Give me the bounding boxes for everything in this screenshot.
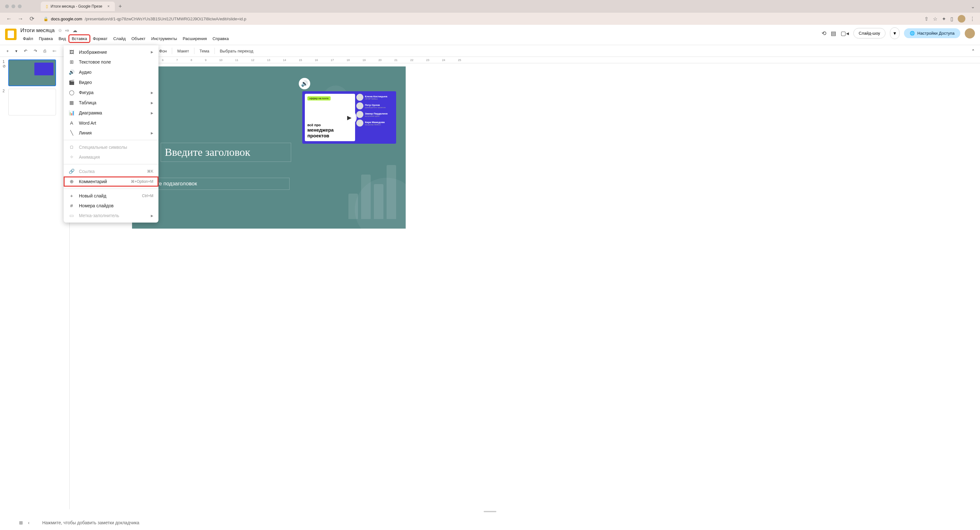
slide-canvas[interactable]: 🔊 оффер на почте всё про менеджера проек… <box>132 67 406 229</box>
play-icon[interactable]: ▶ <box>342 110 357 125</box>
person-name: Петр Орлов <box>365 104 386 106</box>
slideshow-button[interactable]: Слайд-шоу <box>853 28 886 38</box>
notes-placeholder: Нажмите, чтобы добавить заметки докладчи… <box>42 520 139 525</box>
cloud-icon[interactable]: ☁ <box>73 28 77 33</box>
slides-logo[interactable] <box>5 29 16 40</box>
person-row: Елена КостицынаHR BP Skillbox <box>356 94 394 101</box>
menu-item-label: Специальные символы <box>79 144 153 150</box>
share-button[interactable]: 🌐 Настройки Доступа <box>904 28 960 38</box>
layout-btn[interactable]: Макет <box>177 49 189 53</box>
present-icon[interactable]: ▢◂ <box>841 30 849 37</box>
reload-button[interactable]: ⟳ <box>28 15 36 22</box>
decorative-bars <box>348 165 396 219</box>
menu-format[interactable]: Формат <box>91 35 110 42</box>
user-avatar[interactable] <box>965 28 975 38</box>
app-header: Итоги месяца ☆ ⇨ ☁ Файл Правка Вид Встав… <box>0 25 980 45</box>
chevron-down-icon[interactable]: ⌄ <box>971 3 975 10</box>
menu-extensions[interactable]: Расширения <box>180 35 209 42</box>
menu-slide[interactable]: Слайд <box>111 35 128 42</box>
comment-icon[interactable]: ▤ <box>831 30 836 37</box>
menu-item-специальные-символы: ΩСпециальные символы <box>64 142 159 152</box>
minimize-window[interactable] <box>11 5 15 8</box>
slide-thumbnail-1[interactable] <box>8 59 56 86</box>
menu-item-комментарий[interactable]: ⊕Комментарий⌘+Option+M <box>64 176 159 187</box>
menu-item-icon: 🔗 <box>69 168 75 174</box>
new-slide-dropdown[interactable]: ▾ <box>14 48 19 55</box>
audio-icon[interactable]: 🔊 <box>299 78 310 89</box>
doc-title[interactable]: Итоги месяца <box>21 27 55 34</box>
theme-btn[interactable]: Тема <box>199 49 209 53</box>
menu-insert[interactable]: Вставка <box>69 35 89 42</box>
menu-item-текстовое-поле[interactable]: ⊞Текстовое поле <box>64 57 159 67</box>
submenu-arrow-icon: ▶ <box>151 91 153 94</box>
person-role: продюсер Skillbox <box>365 124 385 125</box>
history-icon[interactable]: ⟲ <box>821 30 826 37</box>
insert-dropdown-menu: 🖼Изображение▶⊞Текстовое поле🔊Аудио🎬Видео… <box>64 45 159 222</box>
subtitle-placeholder[interactable]: Введите подзаголовок <box>137 178 290 190</box>
maximize-window[interactable] <box>18 5 22 8</box>
address-bar[interactable]: 🔒 docs.google.com/presentation/d/1-qp78z… <box>40 16 921 21</box>
menu-item-word-art[interactable]: AWord Art <box>64 118 159 128</box>
menu-item-линия[interactable]: ╲Линия▶ <box>64 128 159 138</box>
doc-title-row: Итоги месяца ☆ ⇨ ☁ <box>21 27 818 34</box>
menu-view[interactable]: Вид <box>56 35 69 42</box>
menu-help[interactable]: Справка <box>210 35 231 42</box>
print-icon[interactable]: ⎙ <box>42 48 48 55</box>
menu-tools[interactable]: Инструменты <box>149 35 180 42</box>
thumb-link-icon: ⊘ <box>3 64 6 68</box>
menu-object[interactable]: Объект <box>129 35 148 42</box>
notes-resize-handle[interactable] <box>0 509 980 514</box>
menu-item-видео[interactable]: 🎬Видео <box>64 77 159 87</box>
menu-item-новый-слайд[interactable]: +Новый слайдCtrl+M <box>64 191 159 201</box>
collapse-toolbar-icon[interactable]: ⌃ <box>971 49 975 53</box>
menu-item-фигура[interactable]: ◯Фигура▶ <box>64 87 159 98</box>
menu-item-icon: ⊕ <box>69 179 75 184</box>
new-tab-button[interactable]: + <box>119 3 122 10</box>
menu-item-диаграмма[interactable]: 📊Диаграмма▶ <box>64 108 159 118</box>
menu-item-label: Комментарий <box>79 179 126 184</box>
panel-icon[interactable]: ▯ <box>950 16 953 22</box>
video-thumbnail[interactable]: оффер на почте всё про менеджера проекто… <box>302 91 396 144</box>
redo-icon[interactable]: ↷ <box>32 48 38 55</box>
close-tab-icon[interactable]: × <box>108 4 110 9</box>
grid-view-icon[interactable]: ⊞ <box>19 520 23 525</box>
bookmark-icon[interactable]: ☆ <box>933 16 937 22</box>
title-placeholder[interactable]: Введите заголовок <box>161 143 291 162</box>
menu-item-label: Word Art <box>79 121 153 125</box>
move-icon[interactable]: ⇨ <box>65 28 69 33</box>
star-icon[interactable]: ☆ <box>58 28 62 33</box>
speaker-notes[interactable]: ⊞ ‹ Нажмите, чтобы добавить заметки докл… <box>0 514 980 530</box>
forward-button[interactable]: → <box>16 16 24 22</box>
back-button[interactable]: ← <box>5 16 13 22</box>
background-btn[interactable]: Фон <box>159 49 167 53</box>
address-bar-row: ← → ⟳ 🔒 docs.google.com/presentation/d/1… <box>0 13 980 25</box>
menu-edit[interactable]: Правка <box>36 35 56 42</box>
new-slide-icon[interactable]: + <box>5 48 10 55</box>
transition-btn[interactable]: Выбрать переход <box>220 49 253 53</box>
url-domain: docs.google.com <box>51 16 82 21</box>
browser-tab[interactable]: ▯ Итоги месяца - Google Презе × <box>41 2 115 11</box>
extensions-icon[interactable]: ✦ <box>942 16 946 22</box>
slide-thumbnail-2[interactable] <box>8 89 56 116</box>
menu-item-label: Фигура <box>79 90 146 95</box>
person-name: Елена Костицына <box>365 95 387 98</box>
menu-item-таблица[interactable]: ▦Таблица▶ <box>64 98 159 108</box>
menu-item-icon: + <box>69 193 75 198</box>
browser-avatar[interactable] <box>958 15 966 22</box>
close-window[interactable] <box>5 5 9 8</box>
tab-bar: ▯ Итоги месяца - Google Презе × + ⌄ <box>0 0 980 13</box>
slideshow-dropdown[interactable]: ▾ <box>890 27 899 39</box>
undo-icon[interactable]: ↶ <box>22 48 29 55</box>
person-role: выпускник курса <box>365 115 388 117</box>
share-icon[interactable]: ⇧ <box>924 16 929 22</box>
menu-item-номера-слайдов[interactable]: #Номера слайдов <box>64 201 159 211</box>
menu-item-label: Видео <box>79 80 153 85</box>
explore-icon[interactable]: ‹ <box>28 520 30 525</box>
browser-menu-icon[interactable]: ⋮ <box>970 16 975 22</box>
menu-item-изображение[interactable]: 🖼Изображение▶ <box>64 47 159 57</box>
window-controls[interactable] <box>5 5 22 8</box>
menu-item-аудио[interactable]: 🔊Аудио <box>64 67 159 77</box>
menu-file[interactable]: Файл <box>21 35 36 42</box>
menu-item-ссылка: 🔗Ссылка⌘K <box>64 166 159 176</box>
paint-format-icon[interactable]: ⟜ <box>51 47 58 55</box>
